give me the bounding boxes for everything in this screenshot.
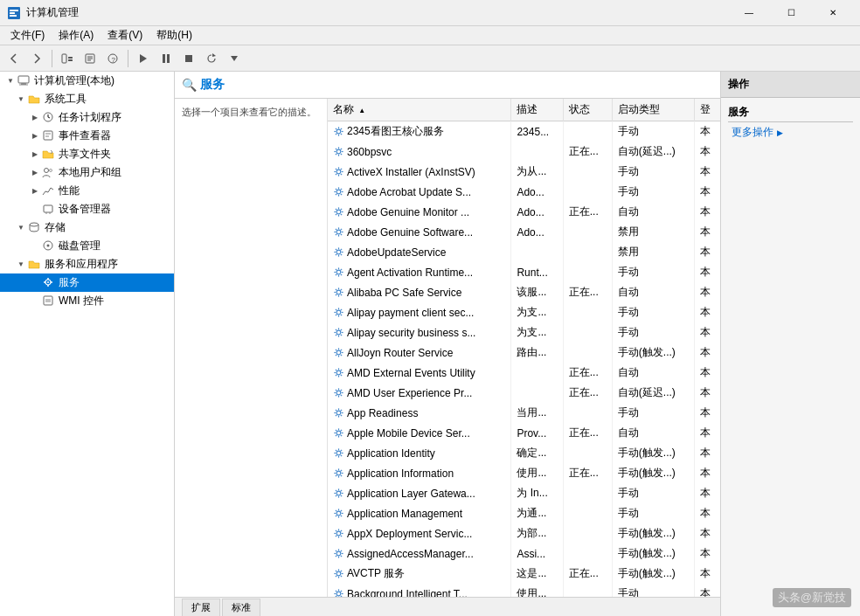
status-tab-standard[interactable]: 标准	[222, 599, 260, 616]
table-row[interactable]: Alipay security business s...为支...手动本	[328, 322, 720, 343]
toolbar-stop[interactable]	[178, 48, 199, 69]
maximize-button[interactable]: ☐	[771, 0, 811, 26]
tree-expand-task[interactable]: ▶	[28, 111, 42, 125]
service-login-cell: 本	[695, 262, 720, 282]
tree-local-users[interactable]: ▶ 本地用户和组	[0, 163, 174, 182]
table-row[interactable]: AVCTP 服务这是...正在...手动(触发...)本	[328, 564, 720, 584]
table-row[interactable]: Application Information使用...正在...手动(触发..…	[328, 463, 720, 483]
tree-expand-users[interactable]: ▶	[28, 166, 42, 180]
service-startup-cell: 手动	[612, 403, 694, 423]
tree-performance[interactable]: ▶ 性能	[0, 182, 174, 200]
toolbar-back[interactable]	[3, 48, 24, 69]
table-row[interactable]: 360bpsvc正在...自动(延迟...)本	[328, 142, 720, 162]
menu-action[interactable]: 操作(A)	[52, 26, 101, 45]
table-row[interactable]: Adobe Acrobat Update S...Ado...手动本	[328, 182, 720, 202]
tree-disk-management[interactable]: ▶ 磁盘管理	[0, 237, 174, 255]
tree-shared-folders[interactable]: ▶ 共享文件夹	[0, 145, 174, 163]
svg-line-249	[341, 576, 342, 577]
tree-expand-svc-apps[interactable]: ▼	[14, 258, 28, 272]
svg-line-151	[341, 350, 342, 350]
table-row[interactable]: Application Management为通...手动本	[328, 503, 720, 523]
svg-point-90	[336, 230, 341, 234]
service-desc-cell	[511, 363, 563, 383]
table-row[interactable]: ActiveX Installer (AxInstSV)为从...手动本	[328, 162, 720, 182]
table-row[interactable]: Agent Activation Runtime...Runt...手动本	[328, 262, 720, 282]
tree-task-scheduler[interactable]: ▶ 任务计划程序	[0, 108, 174, 127]
table-row[interactable]: AdobeUpdateService禁用本	[328, 242, 720, 262]
table-row[interactable]: Alipay payment client sec...为支...手动本	[328, 302, 720, 322]
minimize-button[interactable]: —	[729, 0, 769, 26]
tree-services-apps[interactable]: ▼ 服务和应用程序	[0, 255, 174, 273]
toolbar-properties[interactable]	[80, 48, 101, 69]
service-login-cell: 本	[695, 182, 720, 202]
service-name-cell: Alibaba PC Safe Service	[328, 282, 511, 302]
service-status-cell	[563, 343, 612, 363]
table-row[interactable]: AppX Deployment Servic...为部...手动(触发...)本	[328, 523, 720, 543]
table-row[interactable]: Background Intelligent T...使用...手动本	[328, 584, 720, 597]
tree-expand-storage[interactable]: ▼	[14, 221, 28, 235]
toolbar-forward[interactable]	[26, 48, 47, 69]
service-name-cell: Alipay security business s...	[328, 322, 511, 343]
svg-line-250	[341, 571, 342, 571]
service-status-cell: 正在...	[563, 463, 612, 483]
toolbar-run[interactable]	[133, 48, 154, 69]
right-panel-action-more[interactable]: 更多操作 ▶	[728, 122, 853, 142]
table-row[interactable]: Application Layer Gatewa...为 In...手动本	[328, 483, 720, 503]
col-header-startup[interactable]: 启动类型	[612, 99, 694, 121]
tree-expand-event[interactable]: ▶	[28, 129, 42, 143]
status-tab-expand[interactable]: 扩展	[182, 599, 220, 616]
svg-line-179	[336, 415, 336, 416]
tree-expand-perf[interactable]: ▶	[28, 184, 42, 198]
svg-line-231	[341, 536, 342, 536]
table-row[interactable]: AMD External Events Utility正在...自动本	[328, 363, 720, 383]
tree-task-scheduler-label: 任务计划程序	[59, 110, 121, 125]
table-row[interactable]: AssignedAccessManager...Assi...手动(触发...)…	[328, 543, 720, 564]
service-name-cell: Application Identity	[328, 443, 511, 463]
service-name-cell: 2345看图王核心服务	[328, 121, 511, 142]
service-name-cell: AdobeUpdateService	[328, 242, 511, 262]
event-icon	[42, 129, 56, 143]
svg-line-141	[341, 335, 342, 336]
menu-file[interactable]: 文件(F)	[3, 26, 52, 45]
tree-wmi[interactable]: ▶ WMI 控件	[0, 292, 174, 310]
toolbar-help[interactable]: ?	[102, 48, 123, 69]
tree-device-manager[interactable]: ▶ 设备管理器	[0, 200, 174, 218]
service-status-cell	[563, 443, 612, 463]
table-row[interactable]: Application Identity确定...手动(触发...)本	[328, 443, 720, 463]
svg-line-131	[336, 309, 336, 310]
tree-services[interactable]: ▶ 服务	[0, 273, 174, 292]
service-status-cell	[563, 503, 612, 523]
col-header-name[interactable]: 名称 ▲	[328, 99, 511, 121]
table-row[interactable]: Adobe Genuine Software...Ado...禁用本	[328, 222, 720, 242]
tree-expand-system[interactable]: ▼	[14, 93, 28, 107]
table-row[interactable]: Adobe Genuine Monitor ...Ado...正在...自动本	[328, 202, 720, 222]
table-row[interactable]: Apple Mobile Device Ser...Prov...正在...自动…	[328, 423, 720, 443]
tree-expand-root[interactable]: ▼	[3, 74, 17, 88]
right-panel-section-services: 服务 更多操作 ▶	[721, 98, 860, 146]
col-header-desc[interactable]: 描述	[511, 99, 563, 121]
svg-line-203	[336, 470, 336, 471]
svg-line-88	[341, 209, 342, 210]
table-row[interactable]: Alibaba PC Safe Service该服...正在...自动本	[328, 282, 720, 302]
tree-storage[interactable]: ▼ 存储	[0, 218, 174, 237]
toolbar-pause[interactable]	[156, 48, 177, 69]
close-button[interactable]: ✕	[813, 0, 853, 26]
col-header-status[interactable]: 状态	[563, 99, 612, 121]
table-row[interactable]: App Readiness当用...手动本	[328, 403, 720, 423]
col-header-login[interactable]: 登	[695, 99, 720, 121]
tree-system-tools[interactable]: ▼ 系统工具	[0, 90, 174, 108]
table-row[interactable]: AMD User Experience Pr...正在...自动(延迟...)本	[328, 383, 720, 403]
tree-event-viewer[interactable]: ▶ 事件查看器	[0, 127, 174, 145]
services-table: 名称 ▲ 描述 状态 启动类型 登	[328, 99, 720, 597]
toolbar-show-tree[interactable]	[57, 48, 78, 69]
tree-root[interactable]: ▼ 计算机管理(本地)	[0, 72, 174, 90]
toolbar-more[interactable]	[224, 48, 245, 69]
service-desc-cell: 当用...	[511, 403, 563, 423]
menu-help[interactable]: 帮助(H)	[149, 26, 199, 45]
toolbar-restart[interactable]	[201, 48, 222, 69]
menu-view[interactable]: 查看(V)	[101, 26, 149, 45]
table-row[interactable]: AllJoyn Router Service路由...手动(触发...)本	[328, 343, 720, 363]
services-table-wrapper[interactable]: 名称 ▲ 描述 状态 启动类型 登	[328, 99, 720, 597]
table-row[interactable]: 2345看图王核心服务2345...手动本	[328, 121, 720, 142]
tree-expand-shared[interactable]: ▶	[28, 148, 42, 162]
